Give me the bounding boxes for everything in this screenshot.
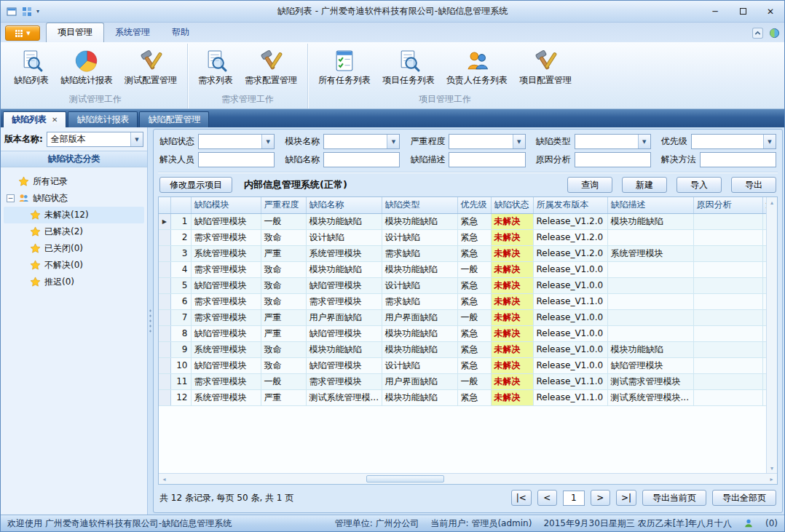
ribbon-button[interactable]: 项目配置管理 [514, 46, 577, 88]
cell[interactable]: 致命 [261, 229, 306, 245]
ribbon-button[interactable]: 需求配置管理 [240, 46, 302, 88]
table-row[interactable]: 7需求管理模块严重用户界面缺陷用户界面缺陷一般未解决Release_V1.0.0 [159, 309, 766, 325]
cell[interactable]: 缺陷管理模块 [306, 277, 382, 293]
cell[interactable]: 一般 [261, 213, 306, 229]
cell[interactable]: 模块功能缺陷 [607, 213, 693, 229]
cell[interactable]: 测试系统管理模... [306, 389, 382, 405]
cell[interactable]: 紧急 [457, 293, 491, 309]
cell[interactable]: 设计缺陷 [382, 357, 457, 373]
column-header-8[interactable]: 原因分析 [693, 197, 762, 213]
cell[interactable]: 未解决 [491, 277, 533, 293]
cell[interactable] [693, 293, 762, 309]
filter-combo[interactable]: ▼ [323, 134, 400, 149]
vertical-scrollbar[interactable]: ▴ ▾ [766, 197, 777, 473]
cell[interactable]: 模块功能缺陷 [382, 389, 457, 405]
ribbon-button[interactable]: 缺陷列表 [9, 46, 54, 88]
cell[interactable] [607, 277, 693, 293]
grid-icon[interactable] [21, 6, 33, 17]
chevron-down-icon[interactable]: ▼ [130, 132, 143, 146]
cell[interactable]: 缺陷管理模块 [191, 213, 261, 229]
cell[interactable]: 用户界面缺陷 [382, 373, 457, 389]
cell[interactable]: 需求管理模块 [191, 373, 261, 389]
table-row[interactable]: 9系统管理模块致命模块功能缺陷模块功能缺陷紧急未解决Release_V1.0.0… [159, 341, 766, 357]
doc-tab-2[interactable]: 缺陷配置管理 [139, 111, 209, 127]
chevron-down-icon[interactable]: ▼ [387, 135, 399, 148]
tree-item-4[interactable]: 已关闭(0) [4, 240, 144, 257]
table-row[interactable]: 4需求管理模块致命模块功能缺陷模块功能缺陷一般未解决Release_V1.0.0 [159, 261, 766, 277]
cell[interactable]: 缺陷管理模块 [607, 357, 693, 373]
cell[interactable]: 致命 [261, 277, 306, 293]
chevron-down-icon[interactable]: ▼ [638, 135, 650, 148]
cell[interactable]: 紧急 [457, 277, 491, 293]
column-header-2[interactable]: 缺陷名称 [306, 197, 382, 213]
table-row[interactable]: 12系统管理模块严重测试系统管理模...模块功能缺陷紧急未解决Release_V… [159, 389, 766, 405]
table-row[interactable]: 6需求管理模块致命需求管理模块需求缺陷紧急未解决Release_V1.1.0 [159, 293, 766, 309]
cell[interactable] [607, 261, 693, 277]
cell[interactable]: 模块功能缺陷 [382, 261, 457, 277]
cell[interactable]: 未解决 [491, 293, 533, 309]
cell[interactable]: 致命 [261, 341, 306, 357]
cell[interactable]: Release_V1.2.0 [533, 245, 607, 261]
cell[interactable]: 未解决 [491, 229, 533, 245]
export-button[interactable]: 导出 [731, 177, 776, 193]
column-header-5[interactable]: 缺陷状态 [491, 197, 533, 213]
cell[interactable] [693, 229, 762, 245]
cell[interactable] [607, 229, 693, 245]
maximize-button[interactable] [729, 1, 757, 22]
cell[interactable]: 未解决 [491, 245, 533, 261]
cell[interactable]: Release_V1.0.0 [533, 341, 607, 357]
last-page-button[interactable]: >| [616, 490, 636, 506]
filter-input[interactable] [575, 152, 651, 167]
scroll-down-icon[interactable]: ▾ [767, 463, 777, 473]
cell[interactable]: 测试系统管理模块... [607, 389, 693, 405]
column-header-4[interactable]: 优先级 [457, 197, 491, 213]
filter-combo[interactable]: ▼ [198, 134, 275, 149]
cell[interactable]: Release_V1.1.0 [533, 293, 607, 309]
cell[interactable]: 致命 [261, 293, 306, 309]
cell[interactable]: 缺陷管理模块 [191, 277, 261, 293]
table-row[interactable]: 3系统管理模块严重系统管理模块需求缺陷紧急未解决Release_V1.2.0系统… [159, 245, 766, 261]
tree-item-6[interactable]: 推迟(0) [4, 274, 144, 290]
cell[interactable]: 系统管理模块 [306, 245, 382, 261]
cell[interactable]: Release_V1.1.0 [533, 389, 607, 405]
cell[interactable]: 紧急 [457, 213, 491, 229]
prev-page-button[interactable]: < [537, 490, 557, 506]
cell[interactable]: 需求缺陷 [382, 293, 457, 309]
cell[interactable]: 紧急 [457, 341, 491, 357]
cell[interactable]: 需求管理模块 [306, 293, 382, 309]
cell[interactable] [693, 389, 762, 405]
cell[interactable] [607, 293, 693, 309]
cell[interactable]: 模块功能缺陷 [382, 213, 457, 229]
splitter[interactable] [148, 127, 153, 515]
cell[interactable]: 设计缺陷 [306, 229, 382, 245]
cell[interactable]: 未解决 [491, 309, 533, 325]
skin-icon[interactable] [769, 28, 780, 39]
cell[interactable]: Release_V1.0.0 [533, 309, 607, 325]
first-page-button[interactable]: |< [511, 490, 532, 506]
cell[interactable] [693, 325, 762, 341]
ribbon-button[interactable]: 缺陷统计报表 [55, 46, 118, 88]
hscroll-thumb[interactable] [366, 475, 443, 483]
table-row[interactable]: 11需求管理模块一般需求管理模块用户界面缺陷一般未解决Release_V1.1.… [159, 373, 766, 389]
hscroll-track[interactable] [170, 474, 766, 484]
ribbon-button[interactable]: 负责人任务列表 [441, 46, 513, 88]
cell[interactable]: 一般 [261, 373, 306, 389]
cell[interactable]: 需求管理模块 [191, 229, 261, 245]
cell[interactable]: 未解决 [491, 341, 533, 357]
cell[interactable]: 需求缺陷 [382, 245, 457, 261]
cell[interactable]: Release_V1.1.0 [533, 373, 607, 389]
cell[interactable]: 系统管理模块 [191, 341, 261, 357]
filter-input[interactable] [700, 152, 776, 167]
cell[interactable]: 致命 [261, 357, 306, 373]
column-header-3[interactable]: 缺陷类型 [382, 197, 457, 213]
cell[interactable]: 紧急 [457, 357, 491, 373]
filter-combo[interactable]: ▼ [449, 134, 525, 149]
column-header-1[interactable]: 严重程度 [261, 197, 306, 213]
cell[interactable]: 一般 [457, 309, 491, 325]
cell[interactable]: 需求管理模块 [191, 293, 261, 309]
cell[interactable]: 用户界面缺陷 [306, 309, 382, 325]
cell[interactable] [693, 277, 762, 293]
tree-item-5[interactable]: 不解决(0) [4, 257, 144, 274]
qat-dropdown-icon[interactable]: ▾ [36, 8, 39, 15]
table-row[interactable]: ▶1缺陷管理模块一般模块功能缺陷模块功能缺陷紧急未解决Release_V1.2.… [159, 213, 766, 229]
